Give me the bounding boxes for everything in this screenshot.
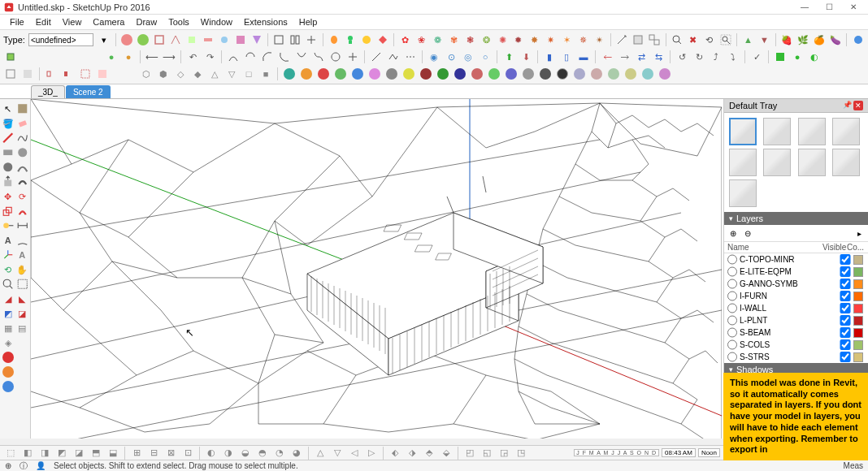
tool-icon[interactable]: ⬡: [139, 67, 154, 81]
arc-tool-icon[interactable]: [16, 161, 29, 174]
tool-icon[interactable]: [555, 67, 570, 81]
zoom-window-icon[interactable]: [16, 278, 29, 291]
tool-icon[interactable]: ◁: [347, 446, 362, 460]
layers-col-visible[interactable]: Visible: [822, 243, 847, 252]
followme-icon[interactable]: [16, 175, 29, 188]
tool-icon[interactable]: [282, 67, 297, 81]
tool-icon[interactable]: [615, 32, 629, 47]
tool-icon[interactable]: ◪: [72, 446, 86, 460]
tool-icon[interactable]: [606, 67, 621, 81]
eraser-icon[interactable]: [16, 117, 29, 130]
tool-icon[interactable]: [403, 50, 418, 64]
layer-color-swatch[interactable]: [853, 292, 863, 301]
tool-icon[interactable]: [453, 67, 467, 81]
tool-icon[interactable]: ✴: [592, 32, 606, 47]
zoom-tool-icon[interactable]: [2, 278, 15, 291]
arc-tool-icon[interactable]: [311, 50, 326, 64]
tool-icon[interactable]: [773, 50, 788, 64]
tool-icon[interactable]: ◧: [20, 446, 35, 460]
remove-layer-button[interactable]: ⊖: [742, 227, 753, 239]
layer-color-swatch[interactable]: [853, 304, 863, 313]
tool-icon[interactable]: ⟲: [702, 32, 716, 47]
rotate-tool-icon[interactable]: ⟳: [16, 190, 29, 203]
tool-icon[interactable]: ⬙: [439, 446, 454, 460]
move-tool-icon[interactable]: ✥: [2, 190, 15, 203]
tool-icon[interactable]: ✓: [749, 50, 764, 64]
polygon-tool-icon[interactable]: [2, 161, 15, 174]
tool-icon[interactable]: ⬆: [501, 50, 516, 64]
tool-icon[interactable]: 🍆: [829, 32, 843, 47]
tool-icon[interactable]: ✹: [512, 32, 526, 47]
tool-icon[interactable]: [648, 32, 662, 47]
layer-active-radio[interactable]: [727, 291, 737, 301]
layer-active-radio[interactable]: [727, 279, 737, 289]
tool-icon[interactable]: [436, 67, 450, 81]
tool-icon[interactable]: [589, 67, 604, 81]
layer-visible-checkbox[interactable]: [840, 315, 851, 326]
layer-color-swatch[interactable]: [853, 255, 863, 265]
tool-icon[interactable]: [658, 67, 672, 81]
tool-icon[interactable]: [3, 50, 18, 64]
tool-icon[interactable]: [3, 67, 18, 81]
line-tool-icon[interactable]: [2, 132, 15, 145]
layer-visible-checkbox[interactable]: [840, 352, 851, 362]
tool-icon[interactable]: ✷: [544, 32, 558, 47]
tool-icon[interactable]: ◨: [37, 446, 52, 460]
tool-icon[interactable]: [369, 50, 384, 64]
tool-icon[interactable]: ◎: [461, 50, 475, 64]
menu-window[interactable]: Window: [196, 16, 237, 28]
tool-icon[interactable]: ⟵: [145, 50, 159, 64]
layer-visible-checkbox[interactable]: [840, 339, 851, 350]
tool-icon[interactable]: [384, 67, 399, 81]
tool-icon[interactable]: ▼: [757, 32, 771, 47]
tool-icon[interactable]: [2, 351, 15, 364]
layer-active-radio[interactable]: [727, 339, 737, 350]
tool-icon[interactable]: [851, 32, 865, 47]
tool-icon[interactable]: [487, 67, 501, 81]
axes-tool-icon[interactable]: [2, 248, 15, 261]
layer-visible-checkbox[interactable]: [840, 266, 851, 277]
tool-icon[interactable]: ◲: [497, 446, 511, 460]
position-camera-icon[interactable]: ◪: [16, 307, 29, 320]
rectangle-tool-icon[interactable]: [2, 146, 15, 159]
style-thumbnail[interactable]: [798, 149, 826, 176]
style-thumbnail[interactable]: [763, 118, 791, 145]
tool-icon[interactable]: ●: [104, 50, 119, 64]
tool-icon[interactable]: ⤴: [709, 50, 723, 64]
dimension-tool-icon[interactable]: [16, 219, 29, 232]
freehand-icon[interactable]: [16, 132, 29, 145]
tool-icon[interactable]: □: [241, 67, 256, 81]
tool-icon[interactable]: 🌿: [796, 32, 810, 47]
tool-icon[interactable]: [217, 32, 231, 47]
tool-icon[interactable]: ✿: [398, 32, 412, 47]
tool-icon[interactable]: [350, 67, 365, 81]
arc-tool-icon[interactable]: [345, 50, 360, 64]
look-around-icon[interactable]: ◣: [16, 292, 29, 305]
tool-icon[interactable]: [367, 67, 382, 81]
section-plane-icon[interactable]: ◩: [2, 307, 15, 320]
tool-icon[interactable]: ✺: [496, 32, 510, 47]
tool-icon[interactable]: ▲: [741, 32, 755, 47]
layer-active-radio[interactable]: [727, 352, 737, 362]
tool-icon[interactable]: [289, 32, 302, 47]
zoom-icon[interactable]: [671, 32, 684, 47]
tool-icon[interactable]: ⬢: [156, 67, 171, 81]
style-thumbnail[interactable]: [729, 149, 757, 176]
status-geo-icon[interactable]: ⊕: [5, 461, 11, 470]
style-thumbnail[interactable]: [729, 118, 757, 145]
menu-camera[interactable]: Camera: [88, 16, 129, 28]
tray-close-button[interactable]: ✕: [853, 101, 863, 110]
tool-icon[interactable]: [78, 67, 93, 81]
menu-edit[interactable]: Edit: [31, 16, 56, 28]
type-dropdown-icon[interactable]: ▾: [97, 32, 111, 47]
window-close-button[interactable]: ✕: [842, 2, 865, 13]
tool-icon[interactable]: [61, 67, 76, 81]
tool-icon[interactable]: [344, 32, 358, 47]
style-thumbnail[interactable]: [729, 179, 757, 207]
tool-icon[interactable]: ❂: [480, 32, 493, 47]
undo-icon[interactable]: ↶: [185, 50, 200, 64]
tool-icon[interactable]: ◉: [427, 50, 441, 64]
layer-row[interactable]: I-FURN: [724, 290, 868, 302]
status-info-icon[interactable]: ⓘ: [20, 460, 28, 472]
tool-icon[interactable]: ⬓: [106, 446, 120, 460]
